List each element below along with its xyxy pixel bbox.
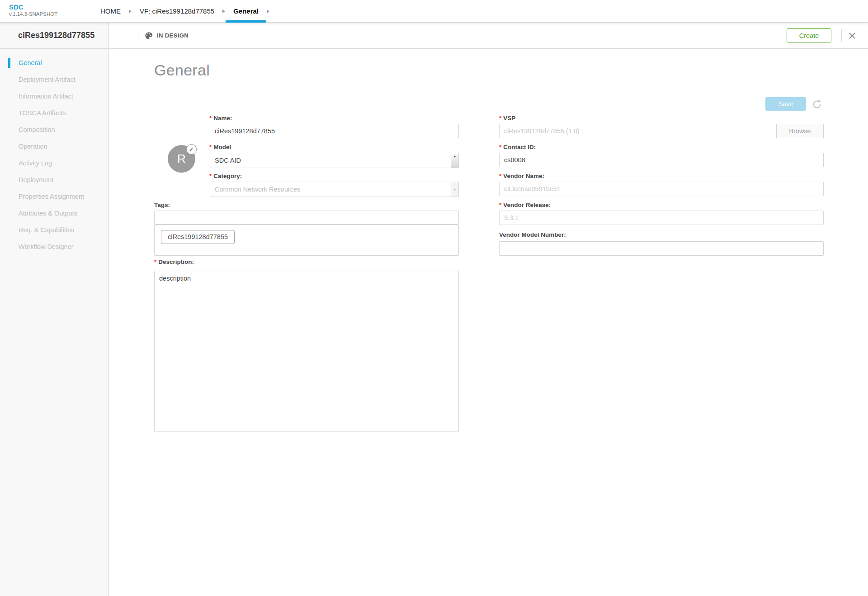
breadcrumb-home[interactable]: HOME — [93, 0, 128, 23]
sidebar-item-general[interactable]: General — [0, 55, 108, 71]
palette-icon — [145, 32, 153, 40]
sidebar-item-information-artifact[interactable]: Information Artifact — [0, 88, 108, 105]
required-marker: * — [499, 144, 501, 150]
chevron-down-icon: ▼ — [451, 188, 458, 192]
chevron-down-icon: ▼ — [451, 155, 458, 159]
sidebar-item-deployment-artifact[interactable]: Deployment Artifact — [0, 71, 108, 88]
sidebar-item-workflow-designer[interactable]: Workflow Designer — [0, 239, 108, 255]
resource-title-panel: ciRes199128d77855 — [0, 23, 109, 48]
select-dropdown-strip: ▼ — [451, 153, 458, 168]
required-marker: * — [154, 258, 156, 265]
top-bar: SDC v.1.14.3-SNAPSHOT HOME VF: ciRes1991… — [0, 0, 868, 23]
sidebar-item-attributes-outputs[interactable]: Attributes & Outputs — [0, 205, 108, 222]
description-textarea[interactable]: description — [154, 271, 459, 432]
required-marker: * — [499, 202, 501, 208]
model-select-value: SDC AID — [215, 157, 241, 164]
app-version: v.1.14.3-SNAPSHOT — [9, 12, 57, 17]
tags-input[interactable] — [154, 211, 459, 225]
page-title: General — [154, 61, 210, 79]
sidebar-item-tosca-artifacts[interactable]: TOSCA Artifacts — [0, 105, 108, 122]
avatar-edit-icon[interactable] — [186, 144, 197, 155]
sidebar-item-properties-assignment[interactable]: Properties Assignment — [0, 188, 108, 205]
vsp-label: *VSP — [499, 115, 515, 122]
required-marker: * — [499, 115, 501, 122]
avatar-letter: R — [177, 152, 186, 166]
sidebar-item-deployment[interactable]: Deployment — [0, 172, 108, 188]
category-label: *Category: — [209, 173, 242, 179]
vendor-release-label: *Vendor Release: — [499, 202, 551, 208]
category-select-value: Common Network Resources — [215, 186, 300, 193]
breadcrumb-arrow-icon — [267, 9, 269, 13]
tags-label: Tags: — [154, 202, 170, 208]
sidebar-item-req-capabilities[interactable]: Req. & Capabilities — [0, 222, 108, 239]
required-marker: * — [499, 173, 501, 179]
vendor-release-input — [499, 211, 824, 225]
app-logo[interactable]: SDC v.1.14.3-SNAPSHOT — [9, 4, 57, 17]
model-select[interactable]: SDC AID ▼ — [210, 153, 459, 168]
name-input[interactable] — [210, 124, 459, 138]
name-label: *Name: — [209, 115, 232, 122]
browse-button[interactable]: Browse — [776, 124, 824, 138]
close-icon[interactable] — [848, 32, 856, 40]
contact-id-label: *Contact ID: — [499, 144, 536, 150]
breadcrumb-general[interactable]: General — [226, 0, 266, 23]
select-dropdown-strip: ▼ — [451, 182, 458, 197]
divider — [841, 29, 842, 42]
app-name: SDC — [9, 4, 57, 10]
sidebar-item-composition[interactable]: Composition — [0, 122, 108, 138]
model-label: *Model — [209, 144, 231, 150]
create-button[interactable]: Create — [787, 28, 831, 42]
refresh-icon[interactable] — [811, 98, 823, 110]
breadcrumb-arrow-icon — [129, 9, 132, 13]
vendor-model-number-input[interactable] — [499, 241, 824, 256]
vendor-name-label: *Vendor Name: — [499, 173, 544, 179]
required-marker: * — [209, 173, 212, 179]
breadcrumb-vf[interactable]: VF: ciRes199128d77855 — [132, 0, 222, 23]
divider — [138, 29, 138, 42]
tags-container: ciRes199128d77855 — [154, 225, 459, 256]
description-label: *Description: — [154, 258, 194, 265]
sub-header: ciRes199128d77855 IN DESIGN Create — [0, 23, 868, 49]
required-marker: * — [209, 144, 212, 150]
vendor-model-number-label: Vendor Model Number: — [499, 231, 566, 238]
breadcrumb-arrow-icon — [222, 9, 225, 13]
contact-id-input[interactable] — [499, 153, 824, 167]
resource-title: ciRes199128d77855 — [18, 23, 108, 48]
general-form: General Save R *Name: *Model SDC AID ▼ *… — [109, 49, 868, 596]
status-badge: IN DESIGN — [157, 32, 189, 39]
breadcrumb: HOME VF: ciRes199128d77855 General — [93, 0, 270, 23]
lifecycle-status: IN DESIGN — [145, 23, 189, 48]
category-select: Common Network Resources ▼ — [210, 182, 459, 197]
vendor-name-input — [499, 182, 824, 196]
required-marker: * — [209, 115, 212, 122]
vsp-input — [499, 124, 777, 138]
tag-chip: ciRes199128d77855 — [161, 230, 235, 244]
sidebar-item-activity-log[interactable]: Activity Log — [0, 155, 108, 172]
sidebar-nav: General Deployment Artifact Information … — [0, 49, 109, 596]
sidebar-item-operation[interactable]: Operation — [0, 138, 108, 155]
save-button[interactable]: Save — [765, 97, 806, 111]
